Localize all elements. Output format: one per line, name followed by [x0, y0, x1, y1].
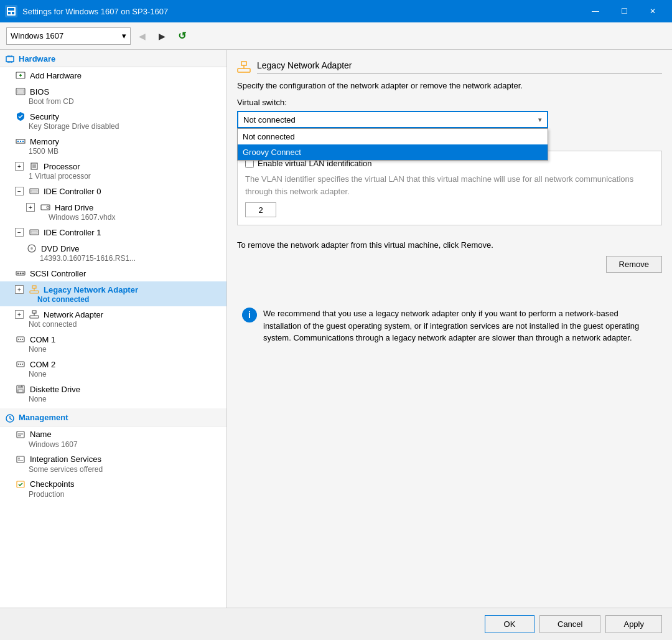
- checkpoints-sub: Production: [15, 490, 222, 499]
- sidebar-item-com2[interactable]: COM 2 None: [0, 356, 226, 381]
- dvd-label: DVD Drive: [41, 244, 79, 253]
- ide1-icon: [29, 227, 40, 238]
- remove-section: To remove the network adapter from this …: [237, 230, 662, 278]
- window-controls: — ☐ ✕: [581, 0, 667, 22]
- info-icon: i: [242, 308, 257, 322]
- legacy-net-expand[interactable]: +: [15, 285, 24, 294]
- network-icon: [29, 309, 40, 320]
- sidebar-item-com1[interactable]: COM 1 None: [0, 331, 226, 356]
- sidebar-item-ide1[interactable]: − IDE Controller 1: [0, 224, 226, 240]
- window-title: Settings for Windows 1607 on SP3-1607: [22, 7, 581, 16]
- svg-rect-1: [8, 8, 14, 11]
- info-text: We recommend that you use a legacy netwo…: [263, 308, 657, 344]
- ide0-expand[interactable]: −: [15, 187, 24, 195]
- sidebar-item-checkpoints[interactable]: Checkpoints Production: [0, 476, 226, 501]
- vlan-id-input[interactable]: [245, 202, 276, 217]
- dvd-sub: 14393.0.160715-1616.RS1...: [26, 254, 222, 263]
- scsi-icon: [15, 268, 26, 279]
- sidebar-item-integration[interactable]: Integration Services Some services offer…: [0, 451, 226, 476]
- processor-expand[interactable]: +: [15, 162, 24, 171]
- panel-description: Specify the configuration of the network…: [237, 81, 662, 90]
- ide1-expand[interactable]: −: [15, 228, 24, 237]
- title-bar: Settings for Windows 1607 on SP3-1607 — …: [0, 0, 672, 22]
- sidebar-item-diskette[interactable]: Diskette Drive None: [0, 381, 226, 406]
- svg-rect-28: [32, 311, 36, 313]
- dvd-icon: [26, 243, 37, 254]
- svg-point-36: [22, 364, 23, 365]
- dropdown-option-groovy-connect[interactable]: Groovy Connect: [238, 144, 548, 160]
- maximize-button[interactable]: ☐: [610, 0, 638, 22]
- hardware-icon: [5, 54, 15, 64]
- legacy-network-icon: [29, 284, 40, 295]
- network-sub: Not connected: [15, 320, 222, 329]
- memory-label: Memory: [30, 137, 59, 146]
- info-box: i We recommend that you use a legacy net…: [237, 303, 662, 349]
- sidebar-item-bios[interactable]: BIOS Boot from CD: [0, 83, 226, 108]
- bios-icon: [15, 86, 26, 97]
- diskette-sub: None: [15, 395, 222, 403]
- cancel-button[interactable]: Cancel: [539, 615, 600, 633]
- dropdown-option-not-connected[interactable]: Not connected: [238, 129, 548, 144]
- close-button[interactable]: ✕: [638, 0, 667, 22]
- sidebar-item-name[interactable]: Name Windows 1607: [0, 426, 226, 451]
- svg-rect-8: [17, 141, 19, 142]
- sidebar-item-ide0[interactable]: − IDE Controller 0: [0, 183, 226, 199]
- svg-point-32: [22, 339, 23, 340]
- svg-rect-39: [21, 385, 22, 387]
- svg-rect-27: [30, 316, 39, 318]
- main-panel: Legacy Network Adapter Specify the confi…: [227, 50, 672, 608]
- legacy-network-sub: Not connected: [15, 295, 222, 304]
- vlan-content-box: Enable virtual LAN identification The VL…: [237, 151, 662, 225]
- app-icon: [5, 5, 17, 17]
- apply-button[interactable]: Apply: [605, 615, 662, 633]
- sidebar-item-processor[interactable]: + Processor 1 Virtual processor: [0, 158, 226, 183]
- svg-rect-45: [18, 460, 23, 461]
- virtual-switch-dropdown[interactable]: Not connected ▾: [237, 111, 548, 128]
- svg-point-23: [20, 273, 22, 275]
- forward-button[interactable]: ▶: [153, 27, 170, 45]
- ide1-label: IDE Controller 1: [44, 228, 101, 237]
- checkpoints-label: Checkpoints: [30, 479, 75, 489]
- vm-dropdown-arrow: ▾: [122, 31, 126, 40]
- network-expand[interactable]: +: [15, 310, 24, 319]
- hardware-label: Hardware: [19, 54, 55, 64]
- sidebar-item-dvd-drive[interactable]: DVD Drive 14393.0.160715-1616.RS1...: [0, 240, 226, 265]
- content-area: Hardware Add Hardware BIOS: [0, 50, 672, 608]
- svg-rect-14: [31, 190, 37, 192]
- hdd-sub: Windows 1607.vhdx: [26, 213, 222, 222]
- management-section-header: Management: [0, 408, 226, 426]
- legacy-network-label: Legacy Network Adapter: [44, 285, 138, 294]
- sidebar-item-add-hardware[interactable]: Add Hardware: [0, 67, 226, 83]
- hdd-expand[interactable]: +: [26, 203, 35, 212]
- svg-point-31: [20, 339, 21, 340]
- integration-sub: Some services offered: [15, 465, 222, 474]
- svg-point-35: [20, 364, 21, 365]
- bios-sub: Boot from CD: [15, 97, 222, 106]
- panel-title: Legacy Network Adapter: [257, 60, 662, 73]
- com1-icon: [15, 334, 26, 345]
- sidebar-item-security[interactable]: Security Key Storage Drive disabled: [0, 108, 226, 133]
- back-button[interactable]: ◀: [133, 27, 151, 45]
- svg-point-22: [17, 273, 19, 275]
- sidebar-item-hard-drive[interactable]: + Hard Drive Windows 1607.vhdx: [0, 199, 226, 224]
- integration-label: Integration Services: [30, 454, 101, 464]
- ide0-label: IDE Controller 0: [44, 187, 101, 196]
- vm-selector[interactable]: Windows 1607 ▾: [6, 27, 131, 45]
- svg-rect-12: [32, 164, 36, 168]
- sidebar-item-scsi[interactable]: SCSI Controller: [0, 265, 226, 281]
- remove-button[interactable]: Remove: [606, 256, 662, 273]
- svg-rect-3: [12, 12, 14, 14]
- refresh-button[interactable]: ↺: [173, 27, 190, 45]
- sidebar-item-memory[interactable]: Memory 1500 MB: [0, 133, 226, 158]
- dropdown-arrow-icon: ▾: [538, 116, 542, 124]
- sidebar-item-legacy-network[interactable]: + Legacy Network Adapter Not connected: [0, 281, 226, 306]
- svg-rect-25: [30, 291, 39, 293]
- svg-point-16: [47, 206, 49, 209]
- svg-rect-48: [241, 62, 246, 65]
- sidebar-item-network[interactable]: + Network Adapter Not connected: [0, 306, 226, 331]
- ok-button[interactable]: OK: [485, 615, 534, 633]
- sidebar: Hardware Add Hardware BIOS: [0, 50, 227, 608]
- minimize-button[interactable]: —: [581, 0, 610, 22]
- security-label: Security: [30, 112, 59, 121]
- hardware-section-header: Hardware: [0, 50, 226, 67]
